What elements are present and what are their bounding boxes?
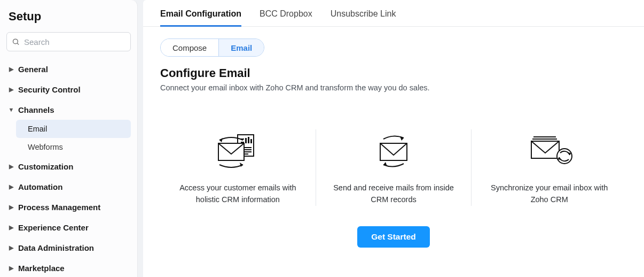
- chevron-right-icon: ▶: [7, 163, 15, 170]
- pill-email[interactable]: Email: [218, 39, 264, 56]
- svg-rect-20: [531, 141, 559, 158]
- cta-row: Get Started: [160, 226, 627, 248]
- content-area: Compose Email Configure Email Connect yo…: [143, 27, 644, 277]
- sidebar-item-label: Security Control: [18, 85, 81, 94]
- search-input[interactable]: [6, 32, 131, 51]
- search-icon: [12, 38, 20, 46]
- button-label: Get Started: [371, 232, 416, 241]
- section-subheading: Connect your email inbox with Zoho CRM a…: [160, 83, 627, 92]
- sidebar-item-label: Webforms: [28, 143, 63, 151]
- tab-label: Unsubscribe Link: [331, 9, 396, 18]
- sidebar-item-label: Email: [28, 125, 47, 133]
- sidebar-item-webforms[interactable]: Webforms: [16, 138, 131, 156]
- feature-send-receive: Send and receive mails from inside CRM r…: [316, 129, 472, 206]
- tab-unsubscribe-link[interactable]: Unsubscribe Link: [331, 9, 396, 27]
- segmented-control: Compose Email: [160, 39, 264, 57]
- sidebar-item-data-administration[interactable]: ▶Data Administration: [6, 237, 131, 258]
- sidebar-item-automation[interactable]: ▶Automation: [6, 176, 131, 197]
- feature-sync: Synchronize your email inbox with Zoho C…: [471, 129, 627, 206]
- chevron-right-icon: ▶: [7, 66, 15, 73]
- sidebar-item-label: Customization: [18, 162, 73, 171]
- feature-text: Access your customer emails with holisti…: [173, 182, 303, 206]
- sidebar-item-label: Automation: [18, 182, 62, 191]
- sidebar-item-label: Marketplace: [18, 264, 65, 273]
- feature-row: Access your customer emails with holisti…: [160, 129, 627, 206]
- get-started-button[interactable]: Get Started: [357, 226, 430, 248]
- svg-rect-15: [380, 143, 407, 160]
- svg-rect-7: [250, 139, 252, 143]
- page-title: Setup: [9, 10, 131, 24]
- sidebar: Setup ▶General ▶Security Control ▼Channe…: [0, 0, 138, 277]
- sidebar-item-email[interactable]: Email: [16, 120, 131, 138]
- sidebar-item-label: Data Administration: [18, 243, 94, 252]
- sidebar-item-general[interactable]: ▶General: [6, 59, 131, 79]
- envelope-report-icon: [173, 129, 303, 172]
- svg-rect-5: [245, 138, 247, 143]
- section-heading: Configure Email: [160, 66, 627, 80]
- chevron-right-icon: ▶: [7, 183, 15, 190]
- feature-access-emails: Access your customer emails with holisti…: [160, 129, 316, 206]
- chevron-right-icon: ▶: [7, 204, 15, 211]
- sidebar-item-customization[interactable]: ▶Customization: [6, 156, 131, 176]
- pill-compose[interactable]: Compose: [161, 39, 218, 56]
- envelope-sendreceive-icon: [329, 129, 459, 172]
- tab-bcc-dropbox[interactable]: BCC Dropbox: [260, 9, 312, 27]
- chevron-right-icon: ▶: [7, 244, 15, 251]
- feature-text: Synchronize your email inbox with Zoho C…: [484, 182, 614, 206]
- tab-label: BCC Dropbox: [260, 9, 312, 18]
- feature-text: Send and receive mails from inside CRM r…: [329, 182, 459, 206]
- main-panel: Email Configuration BCC Dropbox Unsubscr…: [143, 0, 644, 277]
- chevron-down-icon: ▼: [7, 106, 15, 113]
- chevron-right-icon: ▶: [7, 224, 15, 231]
- pill-label: Compose: [172, 43, 207, 52]
- sidebar-nav: ▶General ▶Security Control ▼Channels Ema…: [6, 59, 131, 277]
- sidebar-item-label: Channels: [18, 105, 54, 114]
- chevron-right-icon: ▶: [7, 86, 15, 93]
- sidebar-item-experience-center[interactable]: ▶Experience Center: [6, 217, 131, 237]
- sidebar-sublist-channels: Email Webforms: [6, 120, 131, 156]
- svg-point-0: [13, 39, 18, 44]
- sidebar-item-marketplace[interactable]: ▶Marketplace: [6, 258, 131, 277]
- envelope-sync-icon: [484, 129, 614, 172]
- sidebar-item-security-control[interactable]: ▶Security Control: [6, 79, 131, 99]
- tab-email-configuration[interactable]: Email Configuration: [160, 9, 241, 27]
- pill-label: Email: [231, 43, 252, 52]
- search-field[interactable]: [6, 32, 131, 51]
- svg-line-1: [17, 43, 19, 45]
- svg-marker-14: [219, 138, 223, 142]
- sidebar-item-process-management[interactable]: ▶Process Management: [6, 197, 131, 217]
- chevron-right-icon: ▶: [7, 265, 15, 272]
- svg-rect-6: [248, 137, 249, 143]
- sidebar-item-label: General: [18, 65, 48, 74]
- sidebar-item-channels[interactable]: ▼Channels: [6, 99, 131, 120]
- sidebar-item-label: Process Management: [18, 203, 100, 212]
- sidebar-item-label: Experience Center: [18, 223, 89, 232]
- tab-bar: Email Configuration BCC Dropbox Unsubscr…: [143, 0, 644, 27]
- tab-label: Email Configuration: [160, 9, 241, 18]
